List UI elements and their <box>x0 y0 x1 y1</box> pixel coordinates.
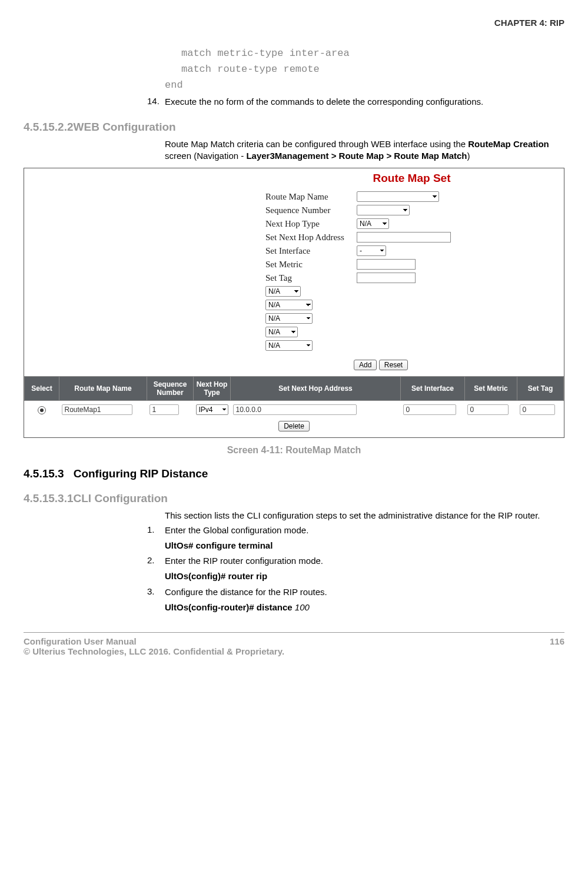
section-heading-distance: 4.5.15.3Configuring RIP Distance <box>24 467 564 480</box>
section-number: 4.5.15.3.1 <box>24 492 74 505</box>
step-command: UltOs(config-router)# distance 100 <box>165 602 564 613</box>
input-set-tag[interactable] <box>357 273 416 283</box>
col-next-hop-type: Next Hop Type <box>194 377 231 401</box>
footer-title: Configuration User Manual <box>24 636 284 646</box>
label-set-metric: Set Metric <box>265 260 357 270</box>
select-extra-5[interactable]: N/A <box>265 340 313 351</box>
cli-intro: This section lists the CLI configuration… <box>165 510 564 522</box>
select-extra-2[interactable]: N/A <box>265 300 313 310</box>
cell-route-map-name[interactable]: RouteMap1 <box>62 404 132 415</box>
routemap-form: Route Map Name Sequence Number Next Hop … <box>265 187 564 357</box>
cell-set-metric[interactable]: 0 <box>467 404 509 415</box>
page-number: 116 <box>550 636 564 656</box>
row-select-radio[interactable] <box>38 406 46 414</box>
select-sequence-number[interactable] <box>357 205 410 215</box>
step-command: UltOs# configure terminal <box>165 540 564 552</box>
cell-set-next-hop-address[interactable]: 10.0.0.0 <box>233 404 357 415</box>
routemap-grid: Select Route Map Name Sequence Number Ne… <box>24 376 564 419</box>
cell-set-tag[interactable]: 0 <box>520 404 555 415</box>
section-number: 4.5.15.2.2 <box>24 121 74 134</box>
label-sequence-number: Sequence Number <box>265 205 357 215</box>
page-footer: Configuration User Manual © Ulterius Tec… <box>24 632 564 656</box>
label-route-map-name: Route Map Name <box>265 192 357 202</box>
routemap-set-title: Route Map Set <box>260 168 564 187</box>
code-line: match route-type remote <box>181 61 564 77</box>
step-number: 2. <box>147 555 165 584</box>
col-set-interface: Set Interface <box>401 377 465 401</box>
code-line: match metric-type inter-area <box>181 45 564 61</box>
step-text: Enter the RIP router configuration mode. <box>165 555 564 567</box>
add-button[interactable]: Add <box>354 360 377 370</box>
col-sequence-number: Sequence Number <box>147 377 194 401</box>
step-number: 14. <box>147 96 165 109</box>
label-set-next-hop-address: Set Next Hop Address <box>265 233 357 243</box>
col-route-map-name: Route Map Name <box>59 377 147 401</box>
section-title: Configuring RIP Distance <box>74 467 208 480</box>
cell-sequence-number[interactable]: 1 <box>150 404 179 415</box>
cell-next-hop-type[interactable]: IPv4 <box>196 404 228 415</box>
step-text: Execute the no form of the commands to d… <box>165 96 564 108</box>
input-set-metric[interactable] <box>357 259 416 270</box>
label-set-interface: Set Interface <box>265 246 357 256</box>
select-extra-4[interactable]: N/A <box>265 327 298 337</box>
select-extra-3[interactable]: N/A <box>265 313 313 324</box>
select-route-map-name[interactable] <box>357 191 439 202</box>
table-row: RouteMap1 1 IPv4 10.0.0.0 0 0 0 <box>25 401 564 419</box>
code-line: end <box>165 77 564 93</box>
routemap-set-screenshot: Route Map Set Route Map Name Sequence Nu… <box>24 168 564 438</box>
select-extra-1[interactable]: N/A <box>265 286 301 297</box>
cell-set-interface[interactable]: 0 <box>403 404 456 415</box>
section-title: CLI Configuration <box>74 492 168 504</box>
input-set-next-hop-address[interactable] <box>357 232 451 243</box>
step-text: Enter the Global configuration mode. <box>165 524 564 536</box>
label-set-tag: Set Tag <box>265 273 357 283</box>
delete-button[interactable]: Delete <box>278 421 310 431</box>
step-command: UltOs(config)# router rip <box>165 570 564 582</box>
step-number: 3. <box>147 586 165 615</box>
col-set-metric: Set Metric <box>465 377 517 401</box>
figure-caption: Screen 4-11: RouteMap Match <box>24 445 564 456</box>
col-select: Select <box>25 377 59 401</box>
col-set-tag: Set Tag <box>517 377 564 401</box>
label-next-hop-type: Next Hop Type <box>265 219 357 229</box>
section-title: WEB Configuration <box>74 121 176 133</box>
step-text: Configure the distance for the RIP route… <box>165 586 564 598</box>
section-heading-web: 4.5.15.2.2WEB Configuration <box>24 121 564 134</box>
step-number: 1. <box>147 524 165 553</box>
footer-copyright: © Ulterius Technologies, LLC 2016. Confi… <box>24 646 284 656</box>
col-set-next-hop-address: Set Next Hop Address <box>231 377 401 401</box>
select-next-hop-type[interactable]: N/A <box>357 218 389 229</box>
reset-button[interactable]: Reset <box>379 360 408 370</box>
web-intro-paragraph: Route Map Match criteria can be configur… <box>165 138 564 162</box>
section-heading-cli: 4.5.15.3.1CLI Configuration <box>24 492 564 505</box>
section-number: 4.5.15.3 <box>24 467 64 480</box>
select-set-interface[interactable]: - <box>357 245 386 256</box>
chapter-header: CHAPTER 4: RIP <box>24 18 564 28</box>
